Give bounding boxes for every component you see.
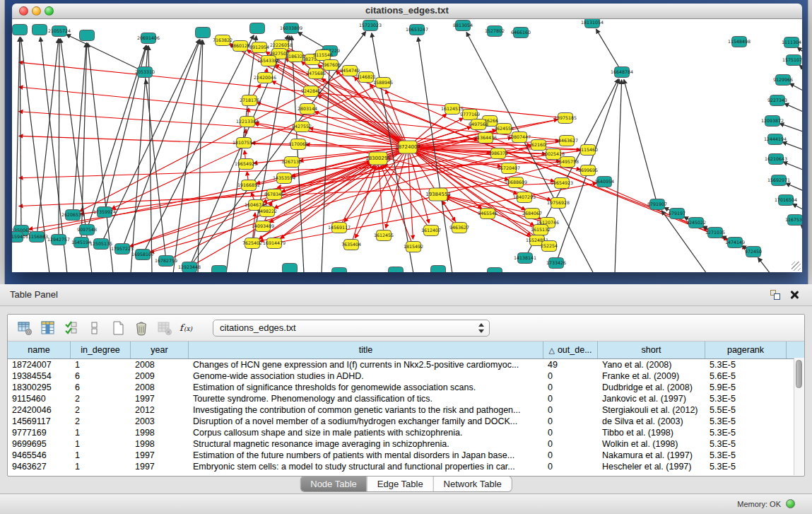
cell-in_degree[interactable]: 1 bbox=[71, 427, 131, 438]
table-row[interactable]: 911546021997Tourette syndrome. Phenomeno… bbox=[8, 393, 804, 404]
cell-pagerank[interactable]: 5.3E-5 bbox=[705, 416, 787, 427]
new-file-button[interactable] bbox=[108, 318, 128, 338]
cell-name[interactable]: 9115460 bbox=[8, 393, 71, 404]
cell-out_de[interactable]: 49 bbox=[543, 359, 598, 370]
table-mode-button[interactable] bbox=[15, 318, 35, 338]
cell-year[interactable]: 2012 bbox=[131, 404, 189, 416]
cell-year[interactable]: 1997 bbox=[131, 450, 189, 461]
cell-name[interactable]: 14569117 bbox=[8, 416, 71, 427]
table-row[interactable]: 1872400712008Changes of HCN gene express… bbox=[8, 359, 804, 370]
cell-year[interactable]: 1997 bbox=[131, 393, 189, 404]
cell-short[interactable]: Stergiakouli et al. (2012) bbox=[598, 404, 705, 416]
cell-pagerank[interactable]: 5.6E-5 bbox=[705, 370, 787, 382]
cell-in_degree[interactable]: 6 bbox=[71, 382, 131, 393]
cell-out_de[interactable]: 0 bbox=[543, 404, 598, 416]
cell-short[interactable]: de Silva et al. (2003) bbox=[598, 416, 705, 427]
cell-title[interactable]: Changes of HCN gene expression and I(f) … bbox=[189, 359, 543, 370]
cell-name[interactable]: 18300295 bbox=[8, 382, 71, 393]
cell-short[interactable]: Jankovic et al. (1997) bbox=[598, 393, 705, 404]
cells-button[interactable] bbox=[85, 318, 105, 338]
cell-in_degree[interactable]: 2 bbox=[71, 404, 131, 416]
column-header-out_de[interactable]: △out_de... bbox=[543, 341, 598, 358]
tab-node-table[interactable]: Node Table bbox=[300, 477, 367, 491]
column-header-pagerank[interactable]: pagerank bbox=[705, 341, 787, 358]
table-row[interactable]: 1830029562008Estimation of significance … bbox=[8, 382, 804, 393]
cell-out_de[interactable]: 0 bbox=[543, 416, 598, 427]
close-panel-icon[interactable] bbox=[789, 290, 799, 300]
cell-name[interactable]: 22420046 bbox=[8, 404, 71, 416]
memory-status-indicator[interactable] bbox=[786, 499, 795, 508]
cell-pagerank[interactable]: 5.3E-5 bbox=[705, 450, 787, 461]
tab-network-table[interactable]: Network Table bbox=[433, 477, 512, 491]
cell-short[interactable]: Dudbridge et al. (2008) bbox=[598, 382, 705, 393]
cell-title[interactable]: Embryonic stem cells: a model to study s… bbox=[189, 461, 543, 472]
cell-pagerank[interactable]: 5.3E-5 bbox=[705, 427, 787, 438]
scrollbar-thumb[interactable] bbox=[796, 360, 802, 388]
table-row[interactable]: 969969511998Structural magnetic resonanc… bbox=[8, 438, 804, 450]
cell-in_degree[interactable]: 1 bbox=[71, 450, 131, 461]
cell-name[interactable]: 19384554 bbox=[8, 370, 71, 382]
show-columns-button[interactable] bbox=[38, 318, 58, 338]
graph-node[interactable] bbox=[431, 266, 446, 273]
cell-out_de[interactable]: 0 bbox=[543, 370, 598, 382]
cell-in_degree[interactable]: 2 bbox=[71, 416, 131, 427]
graph-node[interactable] bbox=[13, 25, 28, 35]
window-titlebar[interactable]: citations_edges.txt bbox=[12, 4, 802, 19]
row-check-button[interactable] bbox=[61, 318, 81, 338]
float-panel-icon[interactable] bbox=[770, 290, 781, 300]
cell-name[interactable]: 9777169 bbox=[8, 427, 71, 438]
cell-title[interactable]: Estimation of the future numbers of pati… bbox=[189, 450, 543, 461]
cell-year[interactable]: 1998 bbox=[131, 427, 189, 438]
graph-node[interactable] bbox=[196, 28, 211, 38]
graph-node[interactable] bbox=[283, 264, 298, 273]
cell-in_degree[interactable]: 2 bbox=[71, 393, 131, 404]
table-row[interactable]: 2242004622012Investigating the contribut… bbox=[8, 404, 804, 416]
cell-title[interactable]: Corpus callosum shape and size in male p… bbox=[189, 427, 543, 438]
cell-title[interactable]: Genome-wide association studies in ADHD. bbox=[189, 370, 543, 382]
cell-year[interactable]: 2008 bbox=[131, 382, 189, 393]
cell-title[interactable]: Disruption of a novel member of a sodium… bbox=[189, 416, 543, 427]
window-resize-grip[interactable] bbox=[792, 262, 801, 271]
cell-year[interactable]: 1998 bbox=[131, 438, 189, 450]
cell-in_degree[interactable]: 1 bbox=[71, 359, 131, 370]
cell-out_de[interactable]: 0 bbox=[543, 450, 598, 461]
cell-title[interactable]: Investigating the contribution of common… bbox=[189, 404, 543, 416]
graph-node[interactable] bbox=[33, 25, 47, 35]
column-header-in_degree[interactable]: in_degree bbox=[71, 341, 131, 358]
column-header-name[interactable]: name bbox=[8, 341, 71, 358]
column-header-year[interactable]: year bbox=[131, 341, 189, 358]
graph-node[interactable] bbox=[332, 268, 347, 273]
cell-year[interactable]: 2009 bbox=[131, 370, 189, 382]
table-row[interactable]: 946554611997Estimation of the future num… bbox=[8, 450, 804, 461]
cell-in_degree[interactable]: 1 bbox=[71, 461, 131, 472]
cell-short[interactable]: Nakamura et al. (1997) bbox=[598, 450, 705, 461]
cell-short[interactable]: Yano et al. (2008) bbox=[598, 359, 705, 370]
cell-short[interactable]: Hescheler et al. (1997) bbox=[598, 461, 705, 472]
graph-node[interactable] bbox=[250, 23, 265, 34]
cell-pagerank[interactable]: 5.3E-5 bbox=[705, 393, 787, 404]
network-canvas[interactable]: 2105572420691406160338097857229157230231… bbox=[12, 19, 802, 272]
cell-title[interactable]: Estimation of significance thresholds fo… bbox=[189, 382, 543, 393]
cell-title[interactable]: Structural magnetic resonance image aver… bbox=[189, 438, 543, 450]
delete-table-button[interactable] bbox=[155, 318, 175, 338]
cell-year[interactable]: 2003 bbox=[131, 416, 189, 427]
cell-out_de[interactable]: 0 bbox=[543, 427, 598, 438]
table-row[interactable]: 1456911722003Disruption of a novel membe… bbox=[8, 416, 804, 427]
cell-out_de[interactable]: 0 bbox=[543, 393, 598, 404]
cell-pagerank[interactable]: 5.3E-5 bbox=[705, 461, 787, 472]
vertical-scrollbar[interactable] bbox=[794, 358, 804, 475]
cell-short[interactable]: Franke et al. (2009) bbox=[598, 370, 705, 382]
cell-out_de[interactable]: 0 bbox=[543, 438, 598, 450]
column-header-title[interactable]: title bbox=[189, 341, 543, 358]
graph-node[interactable] bbox=[488, 268, 502, 273]
trash-button[interactable] bbox=[131, 318, 151, 338]
graph-node[interactable] bbox=[212, 266, 227, 273]
cell-name[interactable]: 9465546 bbox=[8, 450, 71, 461]
tab-edge-table[interactable]: Edge Table bbox=[367, 477, 433, 491]
table-row[interactable]: 946362711997Embryonic stem cells: a mode… bbox=[8, 461, 804, 472]
cell-short[interactable]: Tibbo et al. (1998) bbox=[598, 427, 705, 438]
cell-year[interactable]: 2008 bbox=[131, 359, 189, 370]
table-row[interactable]: 977716911998Corpus callosum shape and si… bbox=[8, 427, 804, 438]
cell-name[interactable]: 9463627 bbox=[8, 461, 71, 472]
cell-title[interactable]: Tourette syndrome. Phenomenology and cla… bbox=[189, 393, 543, 404]
